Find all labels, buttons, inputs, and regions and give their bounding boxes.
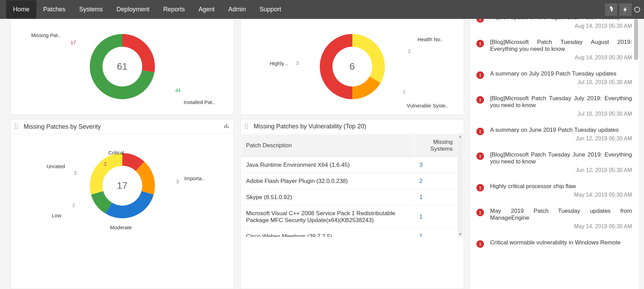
- svg-rect-2: [226, 124, 227, 128]
- feed-item[interactable]: ! [Blog]Microsoft Patch Tuesday June 201…: [470, 147, 639, 178]
- feed-title: Highly critical processor chip flaw: [490, 183, 632, 190]
- alert-icon: !: [476, 71, 484, 79]
- feed-title: Critical wormable vulnerability in Windo…: [490, 239, 632, 246]
- nav-right-icons: [605, 3, 641, 16]
- alert-icon: !: [476, 128, 484, 135]
- feed-date: Aug 14, 2019 05:30 AM: [490, 55, 632, 61]
- feed-item[interactable]: ! [Blog]Microsoft Patch Tuesday July 201…: [470, 90, 639, 122]
- news-feed: ! A quick update on the August 2019 Patc…: [469, 19, 639, 289]
- missing-count-link[interactable]: 3: [415, 158, 463, 173]
- nav-systems[interactable]: Systems: [72, 0, 110, 19]
- feed-item[interactable]: ! A quick update on the August 2019 Patc…: [470, 19, 639, 34]
- feed-date: Jun 12, 2019 05:30 AM: [490, 167, 632, 173]
- nav-support[interactable]: Support: [253, 0, 288, 19]
- feed-item[interactable]: ! Highly critical processor chip flaw Ma…: [470, 178, 639, 203]
- vulnerability-title: Missing Patches by Vulnerability (Top 20…: [254, 123, 366, 130]
- col-missing: Missing Systems: [415, 135, 463, 157]
- table-row[interactable]: Cisco Webex Meetings (39.7.2.5) 1: [241, 229, 463, 237]
- severity-card: Missing Patches by Severity 17Critical2I…: [10, 119, 234, 289]
- drag-handle-icon[interactable]: [15, 124, 21, 130]
- patch-desc: Java Runtime Environment X64 (1.6.45): [241, 158, 414, 173]
- svg-point-0: [635, 7, 640, 12]
- feed-title: A summary on June 2019 Patch Tuesday upd…: [490, 127, 632, 134]
- missing-count-link[interactable]: 1: [415, 229, 463, 237]
- feed-title: A summary on July 2019 Patch Tuesday upd…: [490, 70, 632, 77]
- drag-handle-icon[interactable]: [245, 124, 251, 130]
- col-description: Patch Description: [241, 135, 414, 157]
- feed-item[interactable]: ! [Blog]Microsoft Patch Tuesday August 2…: [470, 34, 639, 66]
- alert-icon: !: [476, 184, 484, 192]
- vulnerability-card: Missing Patches by Vulnerability (Top 20…: [240, 119, 464, 289]
- circle-icon[interactable]: [634, 3, 641, 16]
- top-nav: HomePatchesSystemsDeploymentReportsAgent…: [0, 0, 644, 19]
- feed-item[interactable]: ! May 2019 Patch Tuesday updates from Ma…: [470, 203, 639, 234]
- donut-total: 17: [117, 180, 127, 191]
- patch-desc: Skype (8.51.0.92): [241, 190, 414, 205]
- patch-desc: Adobe Flash Player Plugin (32.0.0.238): [241, 174, 414, 189]
- table-row[interactable]: Microsoft Visual C++ 2008 Service Pack 1…: [241, 206, 463, 228]
- patch-desc: Cisco Webex Meetings (39.7.2.5): [241, 229, 414, 237]
- nav-deployment[interactable]: Deployment: [110, 0, 156, 19]
- feed-item[interactable]: ! Critical wormable vulnerability in Win…: [470, 234, 639, 253]
- patch-desc: Microsoft Visual C++ 2008 Service Pack 1…: [241, 206, 414, 228]
- nav-agent[interactable]: Agent: [192, 0, 221, 19]
- alert-icon: !: [476, 209, 484, 216]
- bolt-icon[interactable]: [619, 3, 632, 16]
- table-row[interactable]: Adobe Flash Player Plugin (32.0.0.238) 2: [241, 174, 463, 189]
- missing-count-link[interactable]: 1: [415, 190, 463, 205]
- alert-icon: !: [476, 19, 484, 23]
- patches-donut-card: 61Missing Pat..17Installed Pat..44: [10, 19, 234, 115]
- table-row[interactable]: Skype (8.51.0.92) 1: [241, 190, 463, 205]
- feed-title: [Blog]Microsoft Patch Tuesday June 2019:…: [490, 151, 632, 165]
- nav-patches[interactable]: Patches: [36, 0, 72, 19]
- svg-rect-1: [224, 126, 225, 128]
- vulnerability-table: Patch Description Missing Systems Java R…: [241, 134, 464, 237]
- table-row[interactable]: Java Runtime Environment X64 (1.6.45) 3: [241, 158, 463, 173]
- table-scrollbar[interactable]: [458, 134, 463, 237]
- feed-item[interactable]: ! A summary on July 2019 Patch Tuesday u…: [470, 66, 639, 90]
- missing-count-link[interactable]: 2: [415, 174, 463, 189]
- feed-date: Jul 10, 2019 05:30 AM: [490, 111, 632, 117]
- feed-date: Jun 12, 2019 05:30 AM: [490, 136, 632, 142]
- nav-admin[interactable]: Admin: [221, 0, 253, 19]
- feed-date: Aug 14, 2019 05:30 AM: [490, 23, 632, 29]
- nav-home[interactable]: Home: [6, 0, 36, 19]
- rocket-icon[interactable]: [605, 3, 617, 16]
- severity-donut[interactable]: 17Critical2Importa..3Moderate5Low2Unrate…: [11, 134, 234, 237]
- severity-title: Missing Patches by Severity: [24, 123, 101, 130]
- patches-donut[interactable]: 61Missing Pat..17Installed Pat..44: [11, 19, 234, 114]
- svg-rect-3: [228, 127, 229, 128]
- feed-title: [Blog]Microsoft Patch Tuesday August 201…: [490, 39, 632, 53]
- feed-date: Jul 10, 2019 05:30 AM: [490, 79, 632, 85]
- feed-scrollbar[interactable]: [633, 19, 638, 289]
- donut-total: 6: [350, 61, 355, 72]
- feed-title: A quick update on the August 2019 Patch …: [490, 19, 632, 21]
- feed-date: May 14, 2019 05:30 AM: [490, 223, 632, 230]
- nav-reports[interactable]: Reports: [156, 0, 192, 19]
- alert-icon: !: [476, 240, 484, 248]
- alert-icon: !: [476, 152, 484, 160]
- donut-total: 61: [117, 61, 127, 72]
- alert-icon: !: [476, 40, 484, 47]
- chart-toggle-icon[interactable]: [223, 123, 230, 130]
- missing-count-link[interactable]: 1: [415, 206, 463, 228]
- feed-item[interactable]: ! A summary on June 2019 Patch Tuesday u…: [470, 122, 639, 147]
- feed-title: [Blog]Microsoft Patch Tuesday July 2019:…: [490, 95, 632, 109]
- health-donut[interactable]: 6Health No..2Vulnerable Syste..1Highly .…: [241, 19, 464, 114]
- feed-title: May 2019 Patch Tuesday updates from Mana…: [490, 208, 632, 221]
- feed-date: May 14, 2019 05:30 AM: [490, 192, 632, 198]
- alert-icon: !: [476, 96, 484, 104]
- health-donut-card: 6Health No..2Vulnerable Syste..1Highly .…: [240, 19, 464, 115]
